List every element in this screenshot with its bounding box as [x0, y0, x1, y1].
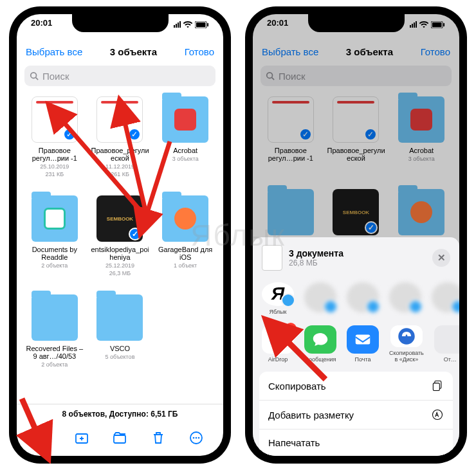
annotation-arrow	[245, 6, 467, 464]
annotation-arrow	[9, 6, 231, 464]
